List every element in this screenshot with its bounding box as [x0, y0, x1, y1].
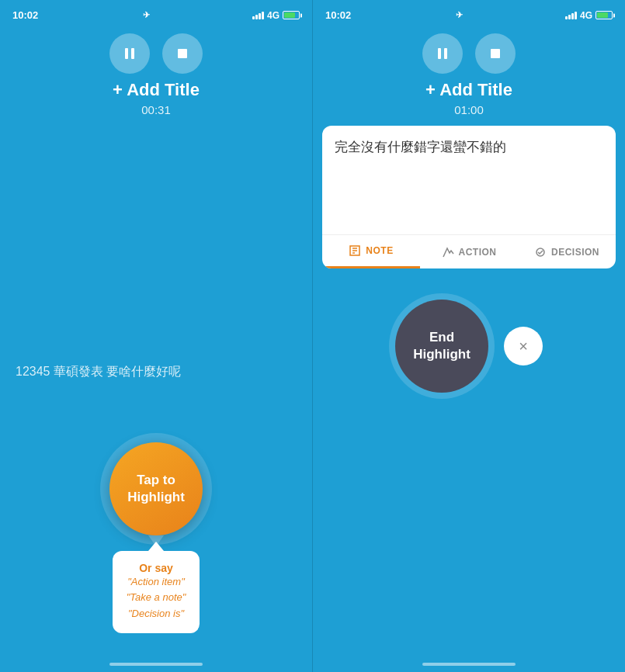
stop-button-left[interactable]: [162, 33, 203, 74]
status-right-left: 4G: [252, 10, 300, 21]
controls-left: [109, 33, 203, 74]
status-right-right: 4G: [565, 10, 613, 21]
status-bar-right: 10:02 ✈ 4G: [313, 0, 625, 26]
end-highlight-area: EndHighlight ×: [395, 300, 543, 393]
tab-decision[interactable]: DECISION: [518, 235, 616, 268]
tab-note-label: NOTE: [366, 245, 393, 256]
signal-icon-left: [252, 12, 264, 19]
location-icon: ✈: [143, 10, 150, 20]
end-highlight-button[interactable]: EndHighlight: [395, 300, 488, 393]
end-highlight-label: EndHighlight: [413, 329, 470, 363]
add-title-left[interactable]: + Add Title: [113, 80, 200, 100]
bubble-commands: "Action item""Take a note""Decision is": [127, 574, 186, 622]
svg-rect-3: [438, 48, 441, 59]
stop-button-right[interactable]: [475, 33, 516, 74]
close-icon: ×: [519, 338, 528, 355]
tap-highlight-button[interactable]: Tap toHighlight: [109, 442, 203, 535]
speech-bubble: Or say "Action item""Take a note""Decisi…: [113, 551, 200, 633]
network-left: 4G: [267, 10, 280, 21]
transcript-text-left: 12345 華碩發表 要啥什麼好呢: [0, 348, 312, 396]
status-bar-left: 10:02 ✈ 4G: [0, 0, 312, 26]
pause-button-left[interactable]: [109, 33, 150, 74]
tap-highlight-label: Tap toHighlight: [127, 472, 185, 506]
time-right: 10:02: [325, 9, 351, 21]
tab-action[interactable]: ACTION: [420, 235, 518, 268]
note-tabs: NOTE ACTION DECISION: [322, 234, 616, 268]
tab-decision-label: DECISION: [551, 247, 599, 258]
bubble-or-say: Or say: [127, 562, 186, 574]
svg-rect-4: [444, 48, 447, 59]
left-screen: 10:02 ✈ 4G +: [0, 0, 312, 672]
location-icon-right: ✈: [456, 10, 463, 20]
svg-rect-2: [178, 49, 187, 58]
right-screen: 10:02 ✈ 4G +: [313, 0, 625, 672]
add-title-right[interactable]: + Add Title: [425, 80, 512, 100]
network-right: 4G: [580, 10, 592, 21]
svg-rect-1: [131, 48, 134, 59]
home-indicator-right: [422, 663, 516, 666]
tab-action-label: ACTION: [459, 247, 497, 258]
controls-right: [422, 33, 516, 74]
timer-left: 00:31: [141, 103, 171, 116]
signal-icon-right: [565, 12, 577, 19]
note-text[interactable]: 完全沒有什麼錯字還蠻不錯的: [322, 126, 616, 234]
battery-right: [595, 11, 613, 19]
timer-right: 01:00: [454, 103, 484, 116]
time-left: 10:02: [12, 9, 38, 21]
home-indicator-left: [109, 663, 203, 666]
note-card: 完全沒有什麼錯字還蠻不錯的 NOTE ACTION: [322, 126, 616, 268]
battery-left: [283, 11, 300, 19]
svg-rect-5: [491, 49, 500, 58]
tab-note[interactable]: NOTE: [322, 235, 420, 268]
pause-button-right[interactable]: [422, 33, 463, 74]
close-button[interactable]: ×: [504, 327, 543, 365]
svg-rect-0: [125, 48, 128, 59]
